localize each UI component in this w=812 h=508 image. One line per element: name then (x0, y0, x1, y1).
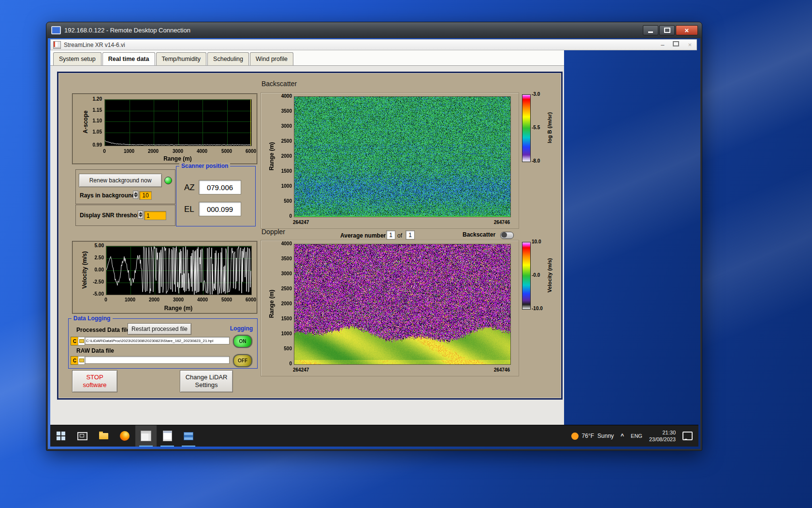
colorbar-tick: 10.0 (532, 239, 550, 244)
average-number-label: Average number (340, 232, 386, 239)
raw-path-field[interactable] (85, 356, 230, 364)
rdp-computer-icon (51, 26, 61, 34)
axis-tick: 4000 (194, 297, 211, 302)
maximize-button[interactable] (659, 25, 675, 35)
rdp-titlebar[interactable]: 192.168.0.122 - Remote Desktop Connectio… (46, 22, 702, 38)
file-explorer-button[interactable] (93, 425, 114, 447)
task-view-button[interactable] (72, 425, 93, 447)
action-center-icon[interactable] (682, 432, 693, 440)
average-total-field: 1 (406, 230, 415, 239)
doppler-section-title: Doppler (261, 228, 285, 236)
processed-path-field[interactable]: C:\LiDAR\Data\Proc\2023\202308\20230823\… (85, 337, 230, 344)
snr-spinner[interactable] (138, 210, 143, 219)
velocity-plot-box: Velocity (m/s) 5.00 2.50 0.00 -2.50 -5.0… (72, 241, 258, 314)
axis-tick: 2.50 (87, 255, 104, 260)
language-indicator[interactable]: ENG (631, 433, 642, 439)
app-title: StreamLine XR v14-6.vi (64, 42, 125, 48)
axis-tick: 1000 (275, 331, 292, 336)
axis-tick: 2000 (275, 153, 292, 159)
change-lidar-settings-button[interactable]: Change LiDAR Settings (180, 370, 233, 392)
doppler-y-axis-label: Range (m) (268, 290, 275, 318)
close-button[interactable]: × (676, 25, 698, 35)
backscatter-toggle-switch[interactable] (500, 232, 514, 239)
background-group: Renew background now Rays in background … (75, 169, 175, 204)
toggle-knob-icon (501, 232, 507, 238)
axis-tick: 264247 (293, 367, 322, 373)
weather-condition: Sunny (597, 433, 614, 439)
clock-date: 23/08/2023 (649, 436, 676, 443)
axis-tick: 0 (275, 213, 292, 219)
tab-real-time-data[interactable]: Real time data (102, 52, 155, 65)
decrement-icon[interactable] (134, 195, 138, 197)
of-label: of (397, 232, 402, 239)
firefox-button[interactable] (114, 425, 135, 447)
tab-temp-humidity[interactable]: Temp/humidity (156, 52, 207, 65)
processed-browse-folder-icon[interactable] (78, 337, 85, 345)
axis-tick: 1500 (275, 316, 292, 321)
streamline-app-button[interactable] (135, 425, 157, 447)
stop-button-line2: software (83, 381, 106, 389)
front-panel-area: Backscatter Doppler A-scope 1.20 1.15 1.… (50, 66, 564, 425)
az-value-field: 079.006 (199, 180, 241, 194)
increment-icon[interactable] (134, 192, 138, 194)
raw-browse-folder-icon[interactable] (78, 356, 85, 365)
increment-icon[interactable] (139, 212, 143, 214)
blue-app-button[interactable] (178, 425, 199, 447)
minimize-button[interactable] (643, 25, 658, 35)
maximize-icon (664, 28, 670, 33)
scan-scheduler-button[interactable] (157, 425, 178, 447)
axis-tick: 2000 (275, 301, 292, 306)
axis-tick: 5.00 (87, 243, 104, 248)
axis-tick: 0.00 (87, 267, 104, 272)
decrement-icon[interactable] (139, 215, 143, 217)
snr-value-field[interactable]: 1 (144, 211, 166, 220)
logging-label: Logging (230, 325, 253, 332)
sun-icon (571, 433, 579, 440)
snr-group: Display SNR threshold 1 (75, 205, 175, 226)
stop-software-button[interactable]: STOP software (72, 370, 117, 392)
scanner-position-title: Scanner position (179, 163, 230, 169)
tab-scheduling[interactable]: Scheduling (207, 52, 249, 65)
backscatter-plot-frame: Range (m) 4000 3500 3000 2500 2000 1500 … (261, 92, 519, 229)
axis-tick: 6000 (243, 297, 259, 302)
tray-chevron-icon[interactable]: ^ (621, 433, 624, 439)
velocity-y-axis-label: Velocity (m/s) (81, 251, 88, 288)
rays-spinner[interactable] (133, 191, 138, 199)
desktop-wallpaper: 192.168.0.122 - Remote Desktop Connectio… (0, 0, 812, 508)
backscatter-toggle-label: Backscatter (463, 231, 495, 238)
close-icon: × (685, 26, 689, 34)
weather-widget[interactable]: 76°F Sunny (571, 433, 614, 440)
app-titlebar[interactable]: StreamLine XR v14-6.vi – × (50, 39, 697, 50)
tab-system-setup[interactable]: System setup (53, 52, 102, 65)
axis-tick: 0 (275, 361, 292, 366)
processed-data-file-label: Processed Data file (76, 327, 130, 333)
average-number-field[interactable]: 1 (386, 230, 395, 239)
start-button[interactable] (50, 425, 72, 447)
raw-data-file-label: RAW Data file (76, 347, 114, 354)
axis-tick: 0 (98, 297, 114, 302)
doppler-heatmap (294, 244, 511, 365)
axis-tick: 2000 (146, 297, 162, 302)
processed-logging-on-button[interactable]: ON (233, 335, 252, 348)
tab-wind-profile[interactable]: Wind profile (250, 52, 293, 65)
renew-background-button[interactable]: Renew background now (79, 174, 162, 187)
doppler-plot-frame: Range (m) 4000 3500 3000 2500 2000 1500 … (261, 240, 519, 376)
app-restore-icon[interactable] (673, 41, 679, 46)
velocity-x-axis-label: Range (m) (106, 305, 251, 312)
raw-logging-off-button[interactable]: OFF (233, 354, 252, 367)
rdp-window: 192.168.0.122 - Remote Desktop Connectio… (46, 22, 702, 451)
app-minimize-icon[interactable]: – (661, 41, 664, 48)
axis-tick: 1000 (121, 149, 137, 154)
app-icon (53, 41, 61, 49)
clock[interactable]: 21:30 23/08/2023 (649, 429, 676, 443)
axis-tick: 1.15 (86, 107, 102, 113)
colorbar-tick: -10.0 (532, 306, 550, 311)
backscatter-colorbar-label: log B (/m/sr) (547, 112, 552, 143)
blue-app-icon (184, 432, 193, 440)
restart-processed-file-button[interactable]: Restart processed file (128, 323, 191, 335)
axis-tick: -5.00 (87, 291, 104, 297)
app-close-icon[interactable]: × (688, 41, 692, 48)
rays-value-field[interactable]: 10 (139, 191, 152, 200)
labview-app-icon (141, 431, 151, 441)
axis-tick: 264247 (293, 220, 322, 225)
